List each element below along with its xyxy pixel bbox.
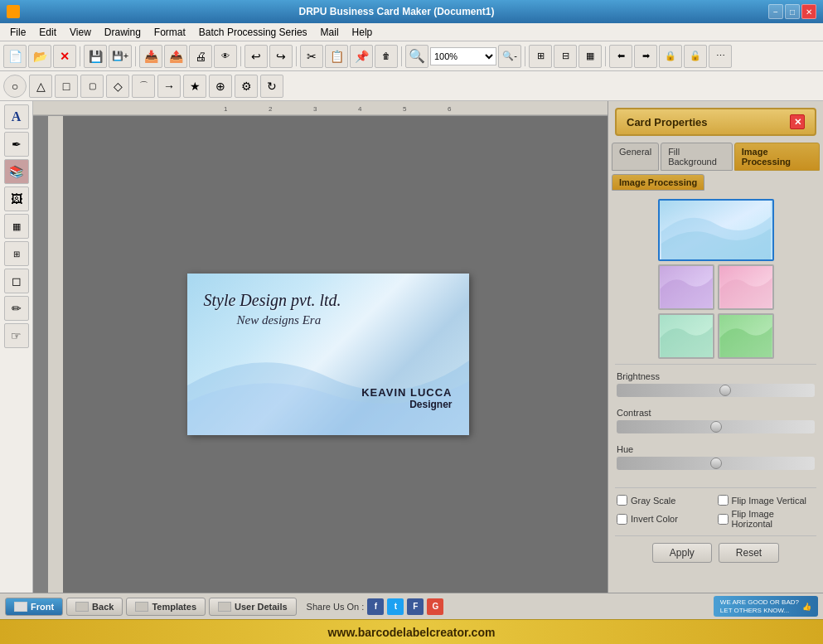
close-doc-button[interactable]: ✕ xyxy=(53,45,76,68)
invert-color-input[interactable] xyxy=(617,514,627,525)
image-tool-btn[interactable]: 🖼 xyxy=(4,186,29,211)
canvas-content[interactable]: Style Design pvt. ltd. New designs Era K… xyxy=(48,116,608,593)
maximize-button[interactable]: □ xyxy=(785,4,800,19)
menu-view[interactable]: View xyxy=(63,25,98,40)
brightness-slider[interactable] xyxy=(617,384,815,397)
menu-drawing[interactable]: Drawing xyxy=(98,25,148,40)
pointer-tool-btn[interactable]: ☞ xyxy=(4,323,29,348)
cut-button[interactable]: ✂ xyxy=(300,45,323,68)
redo-button[interactable]: ↪ xyxy=(269,45,293,68)
zoom-in-button[interactable]: 🔍 xyxy=(405,45,428,68)
close-properties-button[interactable]: ✕ xyxy=(790,114,805,129)
lock-button[interactable]: 🔒 xyxy=(659,45,682,68)
paste-button[interactable]: 📌 xyxy=(350,45,373,68)
minimize-button[interactable]: − xyxy=(768,4,783,19)
menu-mail[interactable]: Mail xyxy=(314,25,346,40)
arc-tool[interactable]: ⌒ xyxy=(132,75,155,98)
tab-image-processing[interactable]: Image Processing xyxy=(734,143,820,171)
facebook-icon[interactable]: f xyxy=(367,598,384,615)
gear-tool[interactable]: ⚙ xyxy=(235,75,258,98)
print-preview-button[interactable]: 👁 xyxy=(214,45,237,68)
open-button[interactable]: 📂 xyxy=(28,45,51,68)
diamond-tool[interactable]: ◇ xyxy=(106,75,129,98)
star2-tool[interactable]: ⊕ xyxy=(209,75,232,98)
googleplus-icon[interactable]: G xyxy=(427,598,443,615)
card-person-title: Designer xyxy=(361,399,452,410)
more-button[interactable]: ⋯ xyxy=(709,45,732,68)
new-button[interactable]: 📄 xyxy=(3,45,27,68)
circle-tool[interactable]: ○ xyxy=(3,75,27,98)
tab-back[interactable]: Back xyxy=(66,598,123,616)
hue-slider[interactable] xyxy=(617,457,815,470)
star-tool[interactable]: ★ xyxy=(183,75,206,98)
reset-button[interactable]: Reset xyxy=(719,543,779,563)
flip-vertical-input[interactable] xyxy=(718,495,729,506)
divider-1 xyxy=(615,364,816,365)
text-tool-btn[interactable]: A xyxy=(4,104,29,129)
spiral-tool[interactable]: ↻ xyxy=(260,75,283,98)
rounded-rect-tool[interactable]: ▢ xyxy=(80,75,104,98)
flip-horizontal-checkbox[interactable]: Flip Image Horizontal xyxy=(718,509,816,529)
svg-text:1: 1 xyxy=(224,105,228,113)
bottom-tabs: Front Back Templates User Details Share … xyxy=(0,593,823,619)
menu-help[interactable]: Help xyxy=(346,25,380,40)
invert-color-checkbox[interactable]: Invert Color xyxy=(617,509,714,529)
image-thumb-2[interactable] xyxy=(658,264,714,310)
table-button[interactable]: ▦ xyxy=(579,45,602,68)
menu-batch[interactable]: Batch Processing Series xyxy=(192,25,314,40)
save-as-button[interactable]: 💾+ xyxy=(109,45,132,68)
gray-scale-checkbox[interactable]: Gray Scale xyxy=(617,495,714,506)
business-card[interactable]: Style Design pvt. ltd. New designs Era K… xyxy=(187,274,469,435)
rect-tool[interactable]: □ xyxy=(55,75,78,98)
flip-vertical-checkbox[interactable]: Flip Image Vertical xyxy=(718,495,816,506)
align-left-button[interactable]: ⬅ xyxy=(609,45,632,68)
draw-tool-btn[interactable]: ✏ xyxy=(4,296,29,321)
close-button[interactable]: ✕ xyxy=(801,4,816,19)
qrcode-tool-btn[interactable]: ⊞ xyxy=(4,241,29,266)
menu-edit[interactable]: Edit xyxy=(32,25,63,40)
print-button[interactable]: 🖨 xyxy=(189,45,212,68)
zoom-out-button[interactable]: 🔍- xyxy=(498,45,521,68)
tab-front[interactable]: Front xyxy=(5,598,63,616)
arrow-tool[interactable]: → xyxy=(157,75,181,98)
svg-text:5: 5 xyxy=(403,105,407,113)
barcode-tool-btn[interactable]: ▦ xyxy=(4,214,29,239)
tab-fill-background[interactable]: Fill Background xyxy=(661,143,733,171)
apply-button[interactable]: Apply xyxy=(652,543,712,563)
zoom-select[interactable]: 100% 50% 75% 150% 200% xyxy=(430,47,496,65)
facebook2-icon[interactable]: F xyxy=(407,598,424,615)
delete-button[interactable]: 🗑 xyxy=(375,45,398,68)
grid-button[interactable]: ⊞ xyxy=(529,45,552,68)
triangle-tool[interactable]: △ xyxy=(29,75,52,98)
save-button[interactable]: 💾 xyxy=(84,45,107,68)
contrast-slider[interactable] xyxy=(617,420,815,433)
flip-horizontal-input[interactable] xyxy=(718,514,729,525)
image-thumb-4[interactable] xyxy=(658,313,714,359)
library-tool-btn[interactable]: 📚 xyxy=(4,159,29,184)
rating-badge[interactable]: WE ARE GOOD OR BAD?LET OTHERS KNOW... 👍 xyxy=(714,596,818,617)
import-button[interactable]: 📥 xyxy=(139,45,162,68)
tab-general[interactable]: General xyxy=(612,143,659,171)
image-thumb-3[interactable] xyxy=(718,264,774,310)
align-right-button[interactable]: ➡ xyxy=(634,45,657,68)
menu-file[interactable]: File xyxy=(3,25,32,40)
shape-tool-btn[interactable]: ◻ xyxy=(4,269,29,293)
menu-format[interactable]: Format xyxy=(148,25,192,40)
main-layout: A ✒ 📚 🖼 ▦ ⊞ ◻ ✏ ☞ 1 2 3 4 5 6 xyxy=(0,101,823,593)
undo-button[interactable]: ↩ xyxy=(244,45,268,68)
image-thumb-1[interactable] xyxy=(658,199,774,261)
export-button[interactable]: 📤 xyxy=(164,45,187,68)
sub-tab-image-processing[interactable]: Image Processing xyxy=(612,174,704,191)
gray-scale-input[interactable] xyxy=(617,495,627,506)
copy-button[interactable]: 📋 xyxy=(325,45,348,68)
card-company: Style Design pvt. ltd. xyxy=(204,290,453,310)
tab-templates[interactable]: Templates xyxy=(126,598,206,616)
twitter-icon[interactable]: t xyxy=(387,598,404,615)
unlock-button[interactable]: 🔓 xyxy=(684,45,707,68)
tab-user-details[interactable]: User Details xyxy=(209,598,297,616)
image-thumb-5[interactable] xyxy=(718,313,774,359)
pen-tool-btn[interactable]: ✒ xyxy=(4,132,29,157)
grid2-button[interactable]: ⊟ xyxy=(554,45,577,68)
divider-3 xyxy=(615,535,816,536)
website-bar[interactable]: www.barcodelabelcreator.com xyxy=(0,619,823,644)
